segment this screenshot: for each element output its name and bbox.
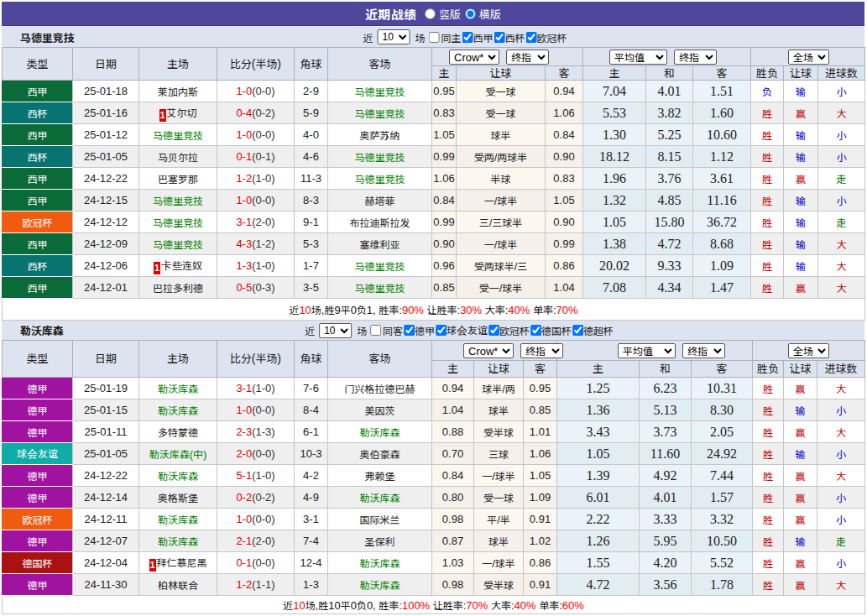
away-team-name: 门兴格拉德巴赫 [345, 383, 415, 395]
halftime-score: (1-0) [252, 172, 274, 185]
away-team-name: 塞维利亚 [360, 238, 400, 251]
competition-checkbox-球会友谊[interactable] [436, 325, 447, 336]
away-team: 圣保利 [328, 530, 432, 552]
competition-checkbox-西甲[interactable] [462, 32, 473, 43]
header-col-home: 主场 [139, 341, 217, 378]
match-row: 德甲24-12-22勒沃库森5-1(1-0)4-2弗赖堡0.84一/球半1.05… [3, 465, 865, 487]
result-handicap-value: 输 [784, 81, 818, 102]
away-team: 美因茨 [328, 399, 432, 421]
result-winloss-value: 胜 [751, 168, 784, 190]
result-goals-value: 走 [818, 211, 865, 233]
halftime-score: (1-2) [252, 238, 274, 250]
home-team: 1拜仁慕尼黑 [139, 552, 217, 574]
result-handicap-value: 赢 [784, 168, 818, 190]
away-team-name: 弗赖堡 [365, 470, 395, 483]
halftime-score: (2-0) [252, 216, 274, 228]
result-goals-value: 小 [818, 124, 865, 146]
avg-home-value: 1.25 [557, 378, 640, 399]
corner-count: 7-6 [295, 378, 328, 399]
competition-checkbox-欧冠杯[interactable] [488, 325, 499, 336]
result-winloss-value: 胜 [753, 465, 784, 487]
avg-away-value: 11.16 [693, 190, 751, 211]
match-date: 25-01-05 [73, 443, 139, 465]
competition-type: 德甲 [3, 530, 73, 552]
competition-type: 德甲 [3, 574, 73, 596]
summary-segment: 场,胜9平0负1, 胜率: [311, 304, 402, 316]
odds-time-select[interactable]: 终指 [506, 50, 549, 65]
average-select[interactable]: 平均值 [609, 50, 667, 65]
avg-draw-value: 8.15 [646, 146, 693, 168]
corner-count: 2-9 [295, 81, 328, 102]
away-team: 布拉迪斯拉发 [328, 211, 432, 233]
halftime-score: (2-0) [252, 535, 274, 547]
result-handicap-value: 赢 [784, 421, 817, 443]
avg-draw-value: 5.95 [640, 530, 692, 552]
result-winloss-value: 胜 [753, 574, 784, 596]
recent-count-select[interactable]: 10 [319, 323, 352, 338]
scope-select[interactable]: 全场 [788, 343, 829, 358]
away-team-name: 马德里竞技 [355, 260, 405, 273]
competition-checkbox-德国杯[interactable] [530, 325, 541, 336]
fulltime-score: 0-1 [236, 150, 252, 163]
competition-checkbox-德甲[interactable] [404, 325, 415, 336]
corner-count: 3-1 [295, 509, 328, 530]
bookmaker-select[interactable]: Crow* [463, 343, 514, 358]
competition-type: 德甲 [3, 487, 73, 509]
match-date: 24-12-06 [73, 255, 139, 277]
average-time-select[interactable]: 终指 [682, 343, 725, 358]
recent-count-select[interactable]: 10 [378, 29, 410, 44]
odds-handicap-value: 三球 [474, 443, 524, 465]
horizontal-layout-radio[interactable] [465, 8, 476, 19]
header-result-winloss: 胜负 [751, 66, 784, 81]
odds-handicap-value: 受一球 [457, 81, 546, 102]
match-score: 1-0(0-0) [217, 399, 295, 421]
header-odds-home: 主 [432, 361, 474, 378]
match-score: 0-5(0-3) [217, 277, 295, 299]
recent-label: 近 [363, 30, 373, 44]
odds-handicap-value: 球半 [474, 530, 524, 552]
avg-home-value: 1.96 [583, 168, 646, 190]
away-team: 马德里竞技 [328, 168, 432, 190]
vertical-layout-radio[interactable] [425, 8, 436, 19]
away-team-name: 圣保利 [365, 535, 395, 548]
average-time-select[interactable]: 终指 [674, 50, 717, 65]
competition-checkbox-德超杯[interactable] [572, 325, 583, 336]
odds-away-value: 0.91 [524, 509, 557, 530]
summary-text: 近10场,胜10平0负0, 胜率:100% 让胜率:70% 大率:40% 单率:… [3, 596, 865, 614]
same-venue-checkbox[interactable] [429, 32, 440, 43]
result-handicap-value: 赢 [784, 465, 817, 487]
result-handicap-value: 输 [784, 190, 818, 211]
match-score: 1-0(0-0) [217, 81, 295, 102]
scope-select[interactable]: 全场 [788, 50, 829, 65]
competition-checkbox-欧冠杯[interactable] [525, 32, 536, 43]
red-card-badge: 1 [159, 109, 166, 122]
result-goals-value: 大 [818, 102, 865, 124]
bookmaker-select[interactable]: Crow* [449, 50, 499, 65]
home-team-name: 勒沃库森(中) [149, 448, 207, 461]
same-venue-checkbox[interactable] [370, 325, 381, 336]
away-team: 马德里竞技 [328, 146, 432, 168]
competition-checkbox-西杯[interactable] [494, 32, 504, 43]
odds-handicap-value: 一/球半 [457, 233, 546, 255]
match-date: 24-12-04 [73, 552, 139, 574]
avg-draw-value: 3.82 [646, 102, 693, 124]
summary-segment: 让胜率: [424, 304, 460, 316]
summary-highlight: 40% [514, 599, 536, 612]
odds-handicap-value: 受两球半/三 [457, 255, 546, 277]
average-select-group: 平均值终指 [609, 50, 717, 65]
avg-away-value: 1.78 [692, 574, 753, 596]
summary-highlight: 30% [460, 304, 482, 316]
page-title: 近期战绩 [365, 5, 416, 23]
odds-away-value: 1.04 [546, 277, 583, 299]
result-goals-value: 走 [818, 168, 865, 190]
header-odds-handicap: 让球 [457, 66, 546, 81]
header-result-goals: 进球数 [818, 66, 865, 81]
recent-label: 近 [305, 323, 315, 337]
header-avg-away: 客 [692, 361, 753, 378]
home-team: 1艾尔切 [139, 102, 217, 124]
odds-time-select[interactable]: 终指 [520, 343, 563, 358]
match-filter: 近10场同主西甲西杯欧冠杯 [363, 29, 567, 44]
odds-handicap-value: 受半球 [474, 421, 524, 443]
match-row: 欧冠杯24-12-11勒沃库森1-0(0-0)3-1国际米兰0.98平/半0.9… [3, 509, 865, 530]
average-select[interactable]: 平均值 [618, 343, 676, 358]
